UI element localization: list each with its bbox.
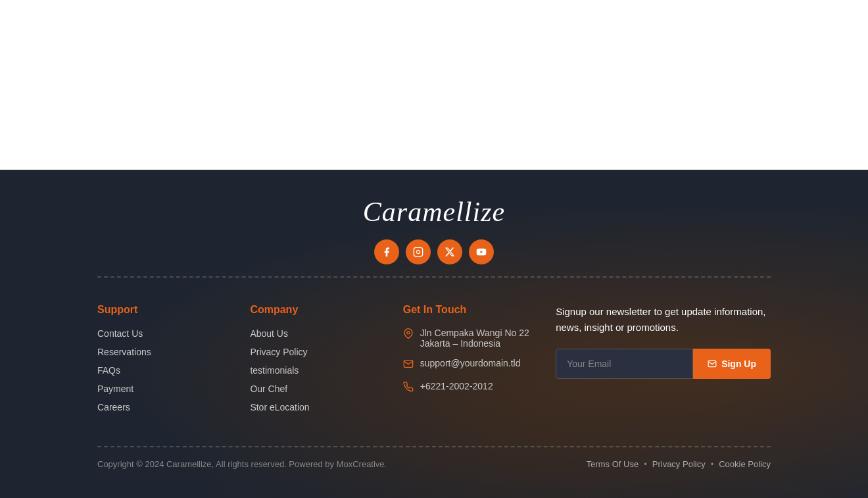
list-item: Stor eLocation <box>250 401 402 413</box>
signup-button[interactable]: Sign Up <box>693 349 771 379</box>
newsletter-heading: Signup our newsletter to get update info… <box>556 304 771 336</box>
company-list: About Us Privacy Policy testimonials Our… <box>250 328 402 413</box>
signup-label: Sign Up <box>721 359 756 369</box>
col-newsletter: Signup our newsletter to get update info… <box>556 304 771 420</box>
faqs-link[interactable]: FAQs <box>97 365 120 376</box>
list-item: Reservations <box>97 346 250 358</box>
location-icon <box>403 328 414 341</box>
touch-title: Get In Touch <box>403 304 556 316</box>
stor-elocation-link[interactable]: Stor eLocation <box>250 402 309 412</box>
phone-text: +6221-2002-2012 <box>420 381 493 391</box>
privacy-link[interactable]: Privacy Policy <box>652 459 706 469</box>
reservations-link[interactable]: Reservations <box>97 347 151 357</box>
address-line2: Jakarta – Indonesia <box>420 338 529 349</box>
top-white-area <box>0 0 868 170</box>
svg-rect-0 <box>414 247 422 256</box>
privacy-policy-link[interactable]: Privacy Policy <box>250 347 307 357</box>
social-icons <box>0 239 868 264</box>
newsletter-form: Sign Up <box>556 349 771 379</box>
list-item: Privacy Policy <box>250 346 402 358</box>
footer-bottom: Copyright © 2024 Caramellize, All rights… <box>0 447 868 481</box>
cookie-link[interactable]: Cookie Policy <box>719 459 771 469</box>
svg-point-3 <box>407 332 410 334</box>
support-title: Support <box>97 304 250 316</box>
about-us-link[interactable]: About Us <box>250 328 288 339</box>
x-twitter-icon[interactable] <box>437 239 462 264</box>
youtube-icon[interactable] <box>469 239 494 264</box>
footer-brand: Caramellize <box>0 170 868 276</box>
facebook-icon[interactable] <box>374 239 399 264</box>
our-chef-link[interactable]: Our Chef <box>250 384 287 394</box>
email-text: support@yourdomain.tld <box>420 358 521 368</box>
col-touch: Get In Touch Jln Cempaka Wangi No 22 Jak… <box>403 304 556 420</box>
payment-link[interactable]: Payment <box>97 384 133 394</box>
phone-item: +6221-2002-2012 <box>403 381 556 395</box>
list-item: Payment <box>97 383 250 395</box>
footer: Caramellize Support <box>0 170 868 498</box>
email-icon <box>403 359 414 372</box>
support-list: Contact Us Reservations FAQs Payment Car… <box>97 328 250 413</box>
careers-link[interactable]: Careers <box>97 402 130 412</box>
envelope-icon <box>708 359 717 368</box>
company-title: Company <box>250 304 402 316</box>
col-company: Company About Us Privacy Policy testimon… <box>250 304 402 420</box>
dot-separator-2: • <box>711 459 714 469</box>
address-line1: Jln Cempaka Wangi No 22 <box>420 328 529 338</box>
copyright-text: Copyright © 2024 Caramellize, All rights… <box>97 459 387 469</box>
list-item: Our Chef <box>250 383 402 395</box>
list-item: testimonials <box>250 364 402 376</box>
testimonials-link[interactable]: testimonials <box>250 365 299 376</box>
footer-columns: Support Contact Us Reservations FAQs Pay… <box>0 278 868 446</box>
footer-links: Terms Of Use • Privacy Policy • Cookie P… <box>587 459 771 469</box>
email-item: support@yourdomain.tld <box>403 358 556 372</box>
address-item: Jln Cempaka Wangi No 22 Jakarta – Indone… <box>403 328 556 349</box>
list-item: Contact Us <box>97 328 250 339</box>
brand-logo: Caramellize <box>0 196 868 228</box>
footer-content: Caramellize Support <box>0 170 868 481</box>
contact-us-link[interactable]: Contact Us <box>97 328 143 339</box>
list-item: About Us <box>250 328 402 339</box>
phone-icon <box>403 382 414 395</box>
col-support: Support Contact Us Reservations FAQs Pay… <box>97 304 250 420</box>
list-item: FAQs <box>97 364 250 376</box>
email-input[interactable] <box>556 349 693 379</box>
address-text: Jln Cempaka Wangi No 22 Jakarta – Indone… <box>420 328 529 349</box>
instagram-icon[interactable] <box>406 239 431 264</box>
list-item: Careers <box>97 401 250 413</box>
dot-separator: • <box>644 459 647 469</box>
terms-link[interactable]: Terms Of Use <box>587 459 639 469</box>
